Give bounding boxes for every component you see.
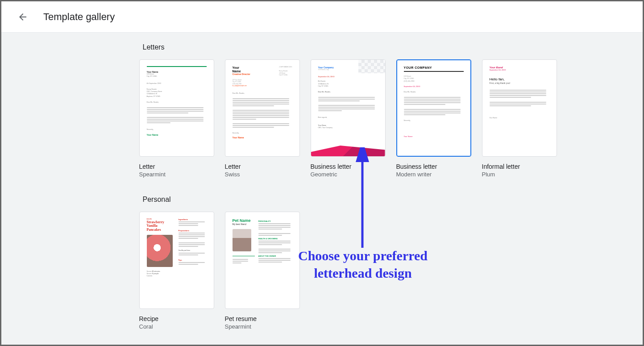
template-card-modern-writer: YOUR COMPANY 123 StreetCity, ST 12345(12… [396, 59, 471, 178]
template-name: Letter [139, 163, 214, 170]
template-name: Business letter [311, 163, 386, 170]
template-subtitle: Coral [139, 323, 214, 330]
template-thumb-modern-writer[interactable]: YOUR COMPANY 123 StreetCity, ST 12345(12… [396, 59, 471, 157]
template-thumb-swiss[interactable]: Your Name Creative Director 4 SEPTEMBER … [225, 59, 300, 157]
template-name: Informal letter [482, 163, 557, 170]
app-header: Template gallery [1, 1, 643, 33]
template-card-pet-resume: Pet Name My best friend PERSONALITY [225, 212, 300, 330]
page-title: Template gallery [43, 11, 115, 23]
template-card-plum: Your Band September 04, 20XX Hello fan, … [482, 59, 557, 178]
content-area: Letters Your Name 123 StreetCity, ST 123… [1, 33, 643, 345]
template-name: Business letter [396, 163, 471, 170]
template-thumb-plum[interactable]: Your Band September 04, 20XX Hello fan, … [482, 59, 557, 157]
template-thumb-recipe[interactable]: RECIPE Strawberry Vanilla Pancakes Serve… [139, 212, 214, 309]
back-button[interactable] [14, 8, 32, 26]
template-row-letters: Your Name 123 StreetCity, ST 12345 4th S… [139, 59, 572, 178]
template-row-personal: RECIPE Strawberry Vanilla Pancakes Serve… [139, 212, 572, 330]
section-title-letters: Letters [143, 43, 572, 51]
template-subtitle: Plum [482, 171, 557, 178]
template-card-recipe: RECIPE Strawberry Vanilla Pancakes Serve… [139, 212, 214, 330]
template-card-spearmint: Your Name 123 StreetCity, ST 12345 4th S… [139, 59, 214, 178]
section-title-personal: Personal [143, 196, 572, 204]
template-subtitle: Modern writer [396, 171, 471, 178]
template-name: Recipe [139, 315, 214, 322]
template-card-geometric: Your Company 123 Street, City September … [311, 59, 386, 178]
template-thumb-geometric[interactable]: Your Company 123 Street, City September … [311, 59, 386, 157]
template-subtitle: Spearmint [225, 323, 300, 330]
template-name: Pet resume [225, 315, 300, 322]
template-subtitle: Swiss [225, 171, 300, 178]
arrow-back-icon [17, 12, 28, 22]
template-thumb-pet-resume[interactable]: Pet Name My best friend PERSONALITY [225, 212, 300, 309]
template-card-swiss: Your Name Creative Director 4 SEPTEMBER … [225, 59, 300, 178]
template-name: Letter [225, 163, 300, 170]
template-subtitle: Geometric [311, 171, 386, 178]
template-thumb-spearmint[interactable]: Your Name 123 StreetCity, ST 12345 4th S… [139, 59, 214, 157]
template-subtitle: Spearmint [139, 171, 214, 178]
